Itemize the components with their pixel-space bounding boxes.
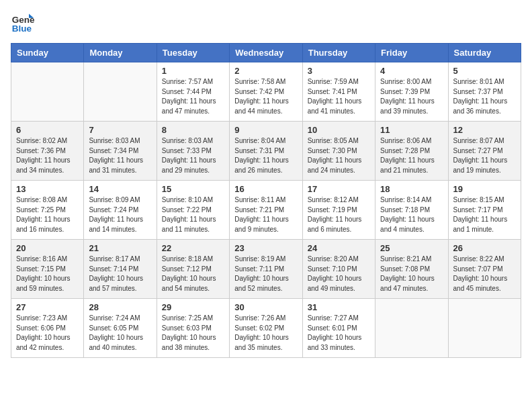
day-info: Sunrise: 8:18 AM Sunset: 7:12 PM Dayligh…: [162, 255, 224, 293]
calendar-header-row: SundayMondayTuesdayWednesdayThursdayFrid…: [11, 44, 521, 62]
day-info: Sunrise: 8:00 AM Sunset: 7:39 PM Dayligh…: [380, 77, 443, 116]
calendar-cell: 27Sunrise: 7:23 AM Sunset: 6:06 PM Dayli…: [11, 299, 84, 358]
day-number: 5: [453, 66, 516, 76]
calendar-cell: 2Sunrise: 7:58 AM Sunset: 7:42 PM Daylig…: [230, 62, 302, 122]
day-info: Sunrise: 8:09 AM Sunset: 7:24 PM Dayligh…: [89, 195, 151, 234]
day-info: Sunrise: 8:06 AM Sunset: 7:28 PM Dayligh…: [380, 136, 443, 175]
calendar-cell: 18Sunrise: 8:14 AM Sunset: 7:18 PM Dayli…: [375, 181, 448, 240]
day-number: 14: [89, 184, 151, 194]
day-info: Sunrise: 8:20 AM Sunset: 7:10 PM Dayligh…: [308, 255, 370, 293]
calendar-cell: 15Sunrise: 8:10 AM Sunset: 7:22 PM Dayli…: [157, 181, 229, 240]
day-info: Sunrise: 8:11 AM Sunset: 7:21 PM Dayligh…: [234, 195, 297, 234]
calendar-cell: 14Sunrise: 8:09 AM Sunset: 7:24 PM Dayli…: [84, 181, 157, 240]
day-info: Sunrise: 8:12 AM Sunset: 7:19 PM Dayligh…: [308, 195, 370, 234]
calendar-cell: 24Sunrise: 8:20 AM Sunset: 7:10 PM Dayli…: [302, 240, 375, 299]
day-info: Sunrise: 7:24 AM Sunset: 6:05 PM Dayligh…: [89, 314, 151, 353]
day-info: Sunrise: 7:25 AM Sunset: 6:03 PM Dayligh…: [162, 314, 224, 353]
calendar-cell: 17Sunrise: 8:12 AM Sunset: 7:19 PM Dayli…: [302, 181, 375, 240]
day-header-thursday: Thursday: [302, 44, 375, 62]
day-number: 26: [453, 243, 516, 253]
calendar-week-5: 27Sunrise: 7:23 AM Sunset: 6:06 PM Dayli…: [11, 299, 521, 358]
day-number: 21: [89, 243, 151, 253]
calendar-cell: 1Sunrise: 7:57 AM Sunset: 7:44 PM Daylig…: [157, 62, 229, 122]
day-number: 25: [380, 243, 443, 253]
day-number: 2: [234, 66, 297, 76]
day-number: 19: [453, 184, 516, 194]
calendar-cell: 4Sunrise: 8:00 AM Sunset: 7:39 PM Daylig…: [375, 62, 448, 122]
calendar-cell: 22Sunrise: 8:18 AM Sunset: 7:12 PM Dayli…: [157, 240, 229, 299]
logo-icon: General Blue: [11, 11, 35, 35]
day-number: 16: [234, 184, 297, 194]
calendar-cell: 25Sunrise: 8:21 AM Sunset: 7:08 PM Dayli…: [375, 240, 448, 299]
calendar-cell: 10Sunrise: 8:05 AM Sunset: 7:30 PM Dayli…: [302, 122, 375, 181]
day-info: Sunrise: 7:27 AM Sunset: 6:01 PM Dayligh…: [308, 314, 370, 353]
day-info: Sunrise: 8:21 AM Sunset: 7:08 PM Dayligh…: [380, 255, 443, 293]
calendar-cell: 13Sunrise: 8:08 AM Sunset: 7:25 PM Dayli…: [11, 181, 84, 240]
day-number: 31: [308, 302, 370, 312]
day-info: Sunrise: 7:57 AM Sunset: 7:44 PM Dayligh…: [162, 77, 224, 116]
day-header-saturday: Saturday: [448, 44, 521, 62]
day-info: Sunrise: 7:58 AM Sunset: 7:42 PM Dayligh…: [234, 77, 297, 116]
day-number: 24: [308, 243, 370, 253]
calendar-cell: [11, 62, 84, 122]
day-number: 10: [308, 125, 370, 135]
day-number: 22: [162, 243, 224, 253]
calendar-cell: 16Sunrise: 8:11 AM Sunset: 7:21 PM Dayli…: [230, 181, 302, 240]
day-number: 8: [162, 125, 224, 135]
calendar-cell: 23Sunrise: 8:19 AM Sunset: 7:11 PM Dayli…: [230, 240, 302, 299]
calendar-cell: 7Sunrise: 8:03 AM Sunset: 7:34 PM Daylig…: [84, 122, 157, 181]
calendar-cell: [375, 299, 448, 358]
day-number: 17: [308, 184, 370, 194]
day-number: 29: [162, 302, 224, 312]
day-number: 28: [89, 302, 151, 312]
day-number: 12: [453, 125, 516, 135]
calendar-week-4: 20Sunrise: 8:16 AM Sunset: 7:15 PM Dayli…: [11, 240, 521, 299]
calendar-cell: 8Sunrise: 8:03 AM Sunset: 7:33 PM Daylig…: [157, 122, 229, 181]
calendar-cell: 9Sunrise: 8:04 AM Sunset: 7:31 PM Daylig…: [230, 122, 302, 181]
day-info: Sunrise: 8:03 AM Sunset: 7:34 PM Dayligh…: [89, 136, 151, 175]
calendar-cell: [448, 299, 521, 358]
day-number: 4: [380, 66, 443, 76]
calendar-cell: 30Sunrise: 7:26 AM Sunset: 6:02 PM Dayli…: [230, 299, 302, 358]
calendar-week-1: 1Sunrise: 7:57 AM Sunset: 7:44 PM Daylig…: [11, 62, 521, 122]
day-number: 20: [16, 243, 79, 253]
day-info: Sunrise: 7:59 AM Sunset: 7:41 PM Dayligh…: [308, 77, 370, 116]
calendar-cell: 21Sunrise: 8:17 AM Sunset: 7:14 PM Dayli…: [84, 240, 157, 299]
day-number: 15: [162, 184, 224, 194]
day-header-sunday: Sunday: [11, 44, 84, 62]
calendar-cell: [84, 62, 157, 122]
day-number: 7: [89, 125, 151, 135]
day-info: Sunrise: 8:14 AM Sunset: 7:18 PM Dayligh…: [380, 195, 443, 234]
calendar-cell: 19Sunrise: 8:15 AM Sunset: 7:17 PM Dayli…: [448, 181, 521, 240]
day-info: Sunrise: 8:01 AM Sunset: 7:37 PM Dayligh…: [453, 77, 516, 116]
day-header-tuesday: Tuesday: [157, 44, 229, 62]
day-info: Sunrise: 8:15 AM Sunset: 7:17 PM Dayligh…: [453, 195, 516, 234]
calendar-cell: 20Sunrise: 8:16 AM Sunset: 7:15 PM Dayli…: [11, 240, 84, 299]
calendar-table: SundayMondayTuesdayWednesdayThursdayFrid…: [11, 43, 521, 358]
day-info: Sunrise: 8:02 AM Sunset: 7:36 PM Dayligh…: [16, 136, 79, 175]
day-number: 11: [380, 125, 443, 135]
calendar-cell: 31Sunrise: 7:27 AM Sunset: 6:01 PM Dayli…: [302, 299, 375, 358]
logo: General Blue: [11, 11, 35, 35]
day-info: Sunrise: 8:05 AM Sunset: 7:30 PM Dayligh…: [308, 136, 370, 175]
day-number: 6: [16, 125, 79, 135]
calendar-cell: 26Sunrise: 8:22 AM Sunset: 7:07 PM Dayli…: [448, 240, 521, 299]
calendar-week-2: 6Sunrise: 8:02 AM Sunset: 7:36 PM Daylig…: [11, 122, 521, 181]
day-info: Sunrise: 7:23 AM Sunset: 6:06 PM Dayligh…: [16, 314, 79, 353]
calendar-cell: 3Sunrise: 7:59 AM Sunset: 7:41 PM Daylig…: [302, 62, 375, 122]
calendar-cell: 5Sunrise: 8:01 AM Sunset: 7:37 PM Daylig…: [448, 62, 521, 122]
day-info: Sunrise: 8:19 AM Sunset: 7:11 PM Dayligh…: [234, 255, 297, 293]
day-header-monday: Monday: [84, 44, 157, 62]
day-info: Sunrise: 8:22 AM Sunset: 7:07 PM Dayligh…: [453, 255, 516, 293]
day-info: Sunrise: 8:03 AM Sunset: 7:33 PM Dayligh…: [162, 136, 224, 175]
calendar-cell: 29Sunrise: 7:25 AM Sunset: 6:03 PM Dayli…: [157, 299, 229, 358]
day-number: 18: [380, 184, 443, 194]
day-number: 3: [308, 66, 370, 76]
calendar-cell: 11Sunrise: 8:06 AM Sunset: 7:28 PM Dayli…: [375, 122, 448, 181]
day-info: Sunrise: 7:26 AM Sunset: 6:02 PM Dayligh…: [234, 314, 297, 353]
svg-text:Blue: Blue: [12, 24, 32, 34]
day-info: Sunrise: 8:08 AM Sunset: 7:25 PM Dayligh…: [16, 195, 79, 234]
page-header: General Blue: [11, 11, 521, 35]
day-info: Sunrise: 8:17 AM Sunset: 7:14 PM Dayligh…: [89, 255, 151, 293]
day-header-friday: Friday: [375, 44, 448, 62]
